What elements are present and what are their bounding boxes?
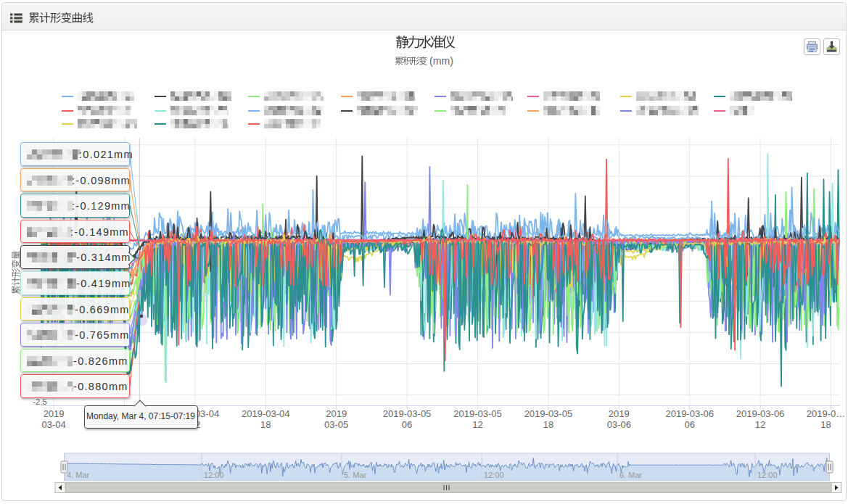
scrollbar-right-button[interactable]: [831, 483, 841, 493]
masked-text: [27, 227, 72, 237]
masked-text: [27, 201, 73, 211]
masked-text: [27, 252, 76, 263]
masked-text: [27, 278, 76, 289]
tooltip-box-7: -0.765mm: [20, 323, 130, 347]
scrollbar-thumb[interactable]: [66, 483, 831, 492]
hover-point: [140, 315, 144, 318]
tooltip-box-6: -0.669mm: [20, 297, 130, 321]
y-axis-label: -2.5: [25, 397, 47, 406]
navigator-label: 5. Mar: [344, 471, 366, 479]
masked-text: [27, 305, 75, 315]
tooltip-box-0: :0.021mm: [20, 142, 130, 166]
x-tick-label: 2019-0…18: [783, 408, 848, 430]
navigator-label: 4. Mar: [67, 471, 89, 479]
tooltip-value: -0.314mm: [76, 252, 131, 263]
masked-text: [27, 330, 75, 340]
tooltip-value: :-0.098mm: [72, 175, 131, 186]
navigator-label: 12:00: [757, 471, 778, 479]
y-axis-title: [12, 249, 21, 294]
navigator-label: 12:00: [484, 471, 504, 479]
tooltip-box-8: -0.826mm: [20, 349, 130, 373]
tooltip-value: :0.021mm: [79, 149, 133, 160]
scrollbar-left-button[interactable]: [55, 483, 65, 493]
tooltip-value: :-0.149mm: [70, 226, 129, 238]
tooltip-value: -0.880mm: [73, 381, 128, 392]
masked-text: [27, 356, 73, 366]
series-lines: [41, 154, 839, 387]
tooltip-box-3: :-0.149mm: [20, 220, 130, 244]
navigator-handle-right[interactable]: [826, 461, 833, 473]
tooltip-box-9: -0.880mm: [20, 374, 130, 398]
masked-text: [27, 175, 73, 186]
tooltip-value: -0.765mm: [75, 329, 130, 341]
navigator-label: 6. Mar: [619, 471, 642, 479]
tooltip-box-2: :-0.129mm: [20, 194, 130, 218]
tooltip-value: :-0.129mm: [72, 200, 131, 212]
masked-text: [27, 381, 73, 392]
tooltip-box-4: -0.314mm: [20, 245, 130, 269]
masked-text: [27, 149, 81, 160]
tooltip-value: -0.826mm: [73, 355, 128, 367]
tooltip-box-5: -0.419mm: [20, 271, 130, 295]
tooltip-value: -0.669mm: [75, 304, 130, 315]
tooltip-value: -0.419mm: [76, 278, 131, 289]
navigator-mask: [65, 453, 830, 481]
tooltip-box-1: :-0.098mm: [20, 168, 130, 192]
navigator-label: 12:00: [204, 471, 224, 479]
tooltip-time-box: Monday, Mar 4, 07:15-07:19: [84, 405, 198, 429]
scrollbar: [55, 483, 841, 493]
navigator: [61, 453, 833, 481]
